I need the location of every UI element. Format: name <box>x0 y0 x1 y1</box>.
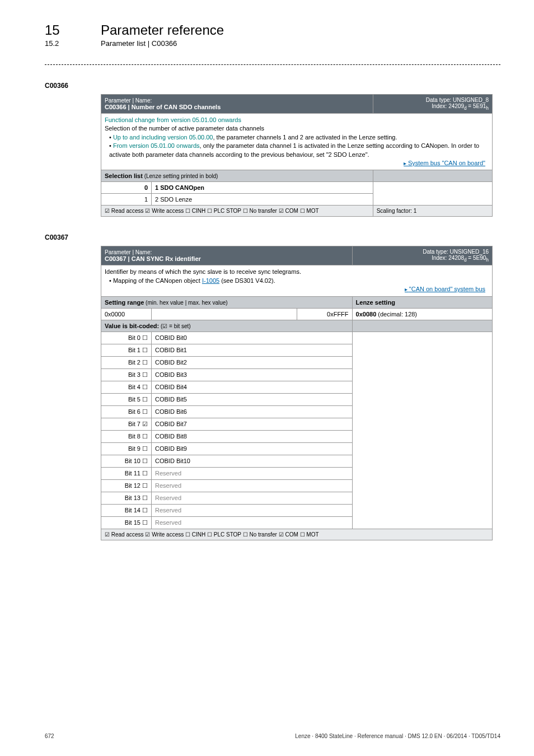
bit-value: COBID Bit2 <box>152 356 353 368</box>
range-max: 0xFFFF <box>297 308 353 320</box>
selection-desc: Selection of the number of active parame… <box>105 125 264 132</box>
bit-key: Bit 6 ☐ <box>101 405 152 418</box>
mapping-bullet: Mapping of the CANopen object I-1005 (se… <box>109 277 489 285</box>
lenze-value: 0x0080 (decimal: 128) <box>352 308 492 320</box>
bit-key: Bit 12 ☐ <box>101 479 152 492</box>
chapter-title: Parameter reference <box>101 22 224 38</box>
scaling-factor: Scaling factor: 1 <box>373 206 492 217</box>
system-bus-link[interactable]: System bus "CAN on board" <box>105 159 489 167</box>
bit-value: COBID Bit6 <box>152 405 353 418</box>
bit-value: COBID Bit4 <box>152 381 353 393</box>
bit-coded-header: Value is bit-coded: <box>105 323 159 329</box>
param-name-label: Parameter | Name: <box>105 97 152 104</box>
sel-val-0: 1 SDO CANOpen <box>152 182 373 194</box>
bit-value: COBID Bit8 <box>152 430 353 442</box>
bullet-1: Up to and including version 05.00.00, th… <box>109 133 489 142</box>
access-flags: ☑ Read access ☑ Write access ☐ CINH ☐ PL… <box>101 529 493 540</box>
data-type: Data type: UNSIGNED_8 <box>426 97 489 103</box>
param-title: C00367 | CAN SYNC Rx identifier <box>105 255 201 262</box>
bit-value: COBID Bit1 <box>152 344 353 356</box>
bit-key: Bit 9 ☐ <box>101 442 152 455</box>
bit-key: Bit 14 ☐ <box>101 504 152 516</box>
param-title: C00366 | Number of CAN SDO channels <box>105 104 221 110</box>
chapter-number: 15 <box>45 22 78 38</box>
index-value: Index: 24209d = 5E91h <box>432 103 489 109</box>
section-number: 15.2 <box>45 39 78 48</box>
bit-value: COBID Bit10 <box>152 455 353 467</box>
doc-reference: Lenze · 8400 StateLine · Reference manua… <box>295 733 500 739</box>
section-title: Parameter list | C00366 <box>101 39 177 48</box>
bit-value: Reserved <box>152 467 353 479</box>
param-table-c00367: Parameter | Name: C00367 | CAN SYNC Rx i… <box>101 246 493 540</box>
param-table-c00366: Parameter | Name: C00366 | Number of CAN… <box>101 94 493 217</box>
sel-key-1: 1 <box>101 194 152 206</box>
bit-value: Reserved <box>152 492 353 504</box>
bit-key: Bit 2 ☐ <box>101 356 152 368</box>
bit-value: COBID Bit7 <box>152 418 353 430</box>
identifier-desc: Identifier by means of which the sync sl… <box>105 268 301 275</box>
bit-key: Bit 11 ☐ <box>101 467 152 479</box>
bit-key: Bit 1 ☐ <box>101 344 152 356</box>
bit-value: Reserved <box>152 504 353 516</box>
index-value: Index: 24208d = 5E90h <box>432 255 489 261</box>
bit-key: Bit 4 ☐ <box>101 381 152 393</box>
bit-key: Bit 8 ☐ <box>101 430 152 442</box>
i1005-link[interactable]: I-1005 <box>202 277 219 284</box>
bit-value: COBID Bit5 <box>152 393 353 405</box>
param-code-c00367: C00367 <box>45 234 500 241</box>
sel-key-0: 0 <box>101 182 152 194</box>
bit-value: COBID Bit3 <box>152 368 353 381</box>
bit-key: Bit 3 ☐ <box>101 368 152 381</box>
bit-value: Reserved <box>152 479 353 492</box>
bit-key: Bit 13 ☐ <box>101 492 152 504</box>
access-flags: ☑ Read access ☑ Write access ☐ CINH ☐ PL… <box>101 206 373 217</box>
functional-change-note: Functional change from version 05.01.00 … <box>105 116 241 123</box>
setting-range-header: Setting range <box>105 299 144 306</box>
data-type: Data type: UNSIGNED_16 <box>423 249 489 255</box>
bit-value: COBID Bit9 <box>152 442 353 455</box>
bit-key: Bit 15 ☐ <box>101 516 152 529</box>
range-min: 0x0000 <box>101 308 152 320</box>
sel-val-1: 2 SDO Lenze <box>152 194 373 206</box>
bit-key: Bit 5 ☐ <box>101 393 152 405</box>
bit-key: Bit 0 ☐ <box>101 332 152 344</box>
lenze-setting-header: Lenze setting <box>352 296 492 308</box>
param-code-c00366: C00366 <box>45 82 500 90</box>
param-name-label: Parameter | Name: <box>105 249 152 255</box>
can-on-board-link[interactable]: "CAN on board" system bus <box>105 285 489 293</box>
bit-key: Bit 10 ☐ <box>101 455 152 467</box>
selection-list-header: Selection list <box>105 172 143 179</box>
page-number: 672 <box>45 733 54 739</box>
bit-key: Bit 7 ☑ <box>101 418 152 430</box>
divider <box>45 64 500 65</box>
bit-value: COBID Bit0 <box>152 332 353 344</box>
bit-value: Reserved <box>152 516 353 529</box>
bullet-2: From version 05.01.00 onwards, only the … <box>109 142 489 159</box>
